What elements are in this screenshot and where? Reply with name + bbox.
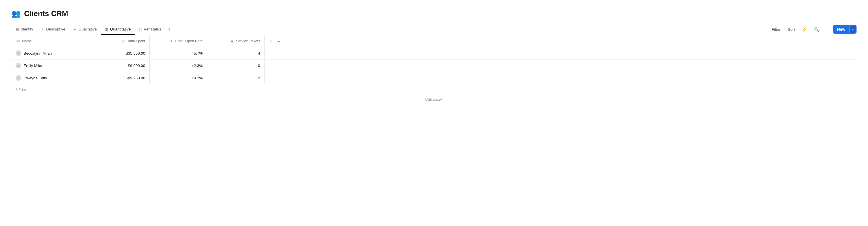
cell-email-1: 42.3% <box>149 59 207 72</box>
calculate-label: Calculate <box>425 97 441 102</box>
tabs-left: ▣ Identity ✦ Descriptive ★ Qualitative ▦… <box>11 24 174 35</box>
cell-actions-0 <box>264 47 857 59</box>
cell-email-2: 19.1% <box>149 72 207 84</box>
tab-quantitative[interactable]: ▦ Quantitative <box>101 24 135 35</box>
col-header-total-spent: ◎ Total Spent <box>92 35 149 47</box>
tab-descriptive[interactable]: ✦ Descriptive <box>37 24 69 35</box>
cell-service-2: 12 <box>207 72 264 84</box>
new-chevron-button[interactable]: ▾ <box>849 26 857 33</box>
crm-icon: 👥 <box>11 9 21 18</box>
identity-tab-icon: ▣ <box>16 27 19 31</box>
service-col-icon: ▣ <box>230 39 234 43</box>
col-header-actions: + ··· <box>264 35 857 47</box>
cell-service-0: 4 <box>207 47 264 59</box>
name-value-2: Dwayne Felty <box>24 76 47 80</box>
add-column-button[interactable]: + <box>269 38 273 44</box>
cell-total-2: $89,250.00 <box>92 72 149 84</box>
tab-qualitative[interactable]: ★ Qualitative <box>69 24 101 35</box>
avatar-0: ⊙ <box>16 50 21 56</box>
sort-button[interactable]: Sort <box>785 26 798 33</box>
new-button-group: New ▾ <box>833 25 857 34</box>
add-new-row[interactable]: + New <box>11 84 857 94</box>
cell-service-1: 0 <box>207 59 264 72</box>
search-button[interactable]: 🔍 <box>811 25 822 33</box>
col-header-name: Aa Name <box>11 35 92 47</box>
add-new-cell[interactable]: + New <box>11 84 857 94</box>
tab-quantitative-label: Quantitative <box>110 27 131 31</box>
cell-total-1: $9,900.00 <box>92 59 149 72</box>
col-header-service-tickets: ▣ Service Tickets <box>207 35 264 47</box>
table-header-row: Aa Name ◎ Total Spent ✈ Email Open Rate … <box>11 35 857 47</box>
quantitative-tab-icon: ▦ <box>105 27 108 31</box>
new-main-button[interactable]: New <box>833 25 849 34</box>
avatar-2: ⊙ <box>16 75 21 81</box>
avatar-1: ⊙ <box>16 63 21 68</box>
tab-per-status[interactable]: ◎ Per status <box>135 24 165 35</box>
cell-name-0: ⊙ Beccalynn Milan <box>11 47 92 59</box>
table-row: ⊙ Beccalynn Milan $35,550.00 45.7% 4 <box>11 47 857 59</box>
app-container: 👥 Clients CRM ▣ Identity ✦ Descriptive ★… <box>0 0 868 226</box>
service-col-label: Service Tickets <box>236 39 260 43</box>
page-header: 👥 Clients CRM <box>11 9 857 18</box>
tab-identity-label: Identity <box>21 27 33 31</box>
total-col-label: Total Spent <box>127 39 145 43</box>
tabs-toolbar: ▣ Identity ✦ Descriptive ★ Qualitative ▦… <box>11 24 857 35</box>
qualitative-tab-icon: ★ <box>73 27 77 31</box>
tab-identity[interactable]: ▣ Identity <box>11 24 37 35</box>
col-header-email-open-rate: ✈ Email Open Rate <box>149 35 207 47</box>
email-col-icon: ✈ <box>170 39 173 43</box>
tab-per-status-label: Per status <box>144 27 161 31</box>
name-col-label: Name <box>22 39 32 43</box>
table-row: ⊙ Dwayne Felty $89,250.00 19.1% 12 <box>11 72 857 84</box>
add-tab-button[interactable]: + <box>165 24 174 35</box>
col-actions-header: + ··· <box>269 38 853 44</box>
tabs-right: Filter Sort ⚡ 🔍 ··· New ▾ <box>769 25 857 34</box>
total-col-icon: ◎ <box>122 39 125 43</box>
name-value-0: Beccalynn Milan <box>24 51 52 56</box>
more-options-button[interactable]: ··· <box>823 26 832 33</box>
name-value-1: Emily Milan <box>24 63 43 68</box>
lightning-button[interactable]: ⚡ <box>800 25 810 33</box>
cell-actions-1 <box>264 59 857 72</box>
tab-qualitative-label: Qualitative <box>79 27 97 31</box>
tab-descriptive-label: Descriptive <box>46 27 65 31</box>
calculate-cell[interactable]: Calculate▾ <box>11 94 857 104</box>
data-table: Aa Name ◎ Total Spent ✈ Email Open Rate … <box>11 35 857 104</box>
cell-email-0: 45.7% <box>149 47 207 59</box>
cell-total-0: $35,550.00 <box>92 47 149 59</box>
cell-name-2: ⊙ Dwayne Felty <box>11 72 92 84</box>
email-col-label: Email Open Rate <box>175 39 203 43</box>
calculate-row[interactable]: Calculate▾ <box>11 94 857 104</box>
cell-name-1: ⊙ Emily Milan <box>11 59 92 72</box>
cell-actions-2 <box>264 72 857 84</box>
descriptive-tab-icon: ✦ <box>41 27 44 31</box>
page-title: Clients CRM <box>24 9 68 18</box>
calculate-chevron: ▾ <box>441 97 443 102</box>
per-status-tab-icon: ◎ <box>139 27 142 31</box>
table-row: ⊙ Emily Milan $9,900.00 42.3% 0 <box>11 59 857 72</box>
filter-button[interactable]: Filter <box>769 26 783 33</box>
name-col-icon: Aa <box>16 39 20 43</box>
column-options-button[interactable]: ··· <box>275 38 281 44</box>
